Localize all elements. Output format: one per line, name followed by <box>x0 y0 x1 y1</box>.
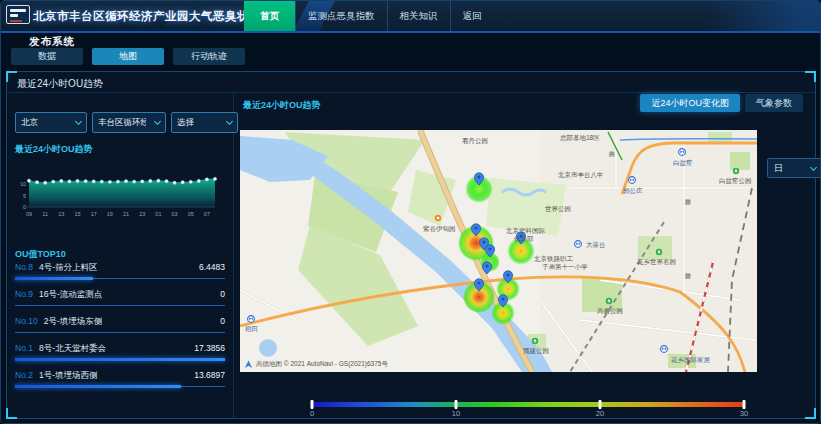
svg-text:花乡世界名园: 花乡世界名园 <box>636 258 676 266</box>
nav-item-home[interactable]: 首页 <box>244 1 295 31</box>
rank-bar-track <box>15 332 225 333</box>
tab-track[interactable]: 行动轨迹 <box>173 48 245 65</box>
chevron-down-icon <box>154 118 161 125</box>
rank-value: 6.4483 <box>199 262 225 272</box>
svg-text:15: 15 <box>74 211 80 217</box>
rank-name: 16号-流动监测点 <box>39 289 102 301</box>
svg-text:郭公庄: 郭公庄 <box>623 187 643 195</box>
ou-ranking-list: No.8 4号-筛分上料区 6.4483 No.9 16号-流动监测点 0 No… <box>15 262 225 397</box>
heat-scale-legend: 0102030 <box>312 402 744 419</box>
svg-text:05: 05 <box>188 211 194 217</box>
city-select[interactable]: 北京 <box>15 112 87 133</box>
rank-row: No.2 1号-填埋场西侧 13.6897 <box>15 370 225 387</box>
svg-text:07: 07 <box>204 211 210 217</box>
trend-chart-title: 最近24小时OU趋势 <box>15 143 93 156</box>
map-canvas[interactable]: 看丹公园总部基地18区北京市丰台八中白盆窑白盆窑公园郭公庄丰科路樊羊路樊羊路世界… <box>240 130 757 372</box>
svg-text:俱乐部: 俱乐部 <box>514 235 534 243</box>
svg-text:21: 21 <box>123 211 129 217</box>
rank-name: 2号-填埋场东侧 <box>44 316 103 328</box>
main-panel: 最近24小时OU趋势 北京 丰台区循环经济产 选择 最近24小时OU趋势 <box>6 71 816 419</box>
svg-text:01: 01 <box>155 211 161 217</box>
svg-text:5: 5 <box>23 193 26 199</box>
svg-text:高鑫公园: 高鑫公园 <box>597 307 623 314</box>
svg-text:0: 0 <box>23 204 26 210</box>
rank-value: 13.6897 <box>194 370 225 380</box>
svg-text:北京华科国际: 北京华科国际 <box>506 227 546 235</box>
rank-row: No.9 16号-流动监测点 0 <box>15 289 225 306</box>
rank-value: 0 <box>220 316 225 326</box>
rank-value: 0 <box>220 289 225 299</box>
panel-divider <box>233 93 234 418</box>
map-time-select[interactable]: 日 <box>767 158 821 178</box>
rank-row: No.1 8号-北天堂村委会 17.3856 <box>15 343 225 360</box>
weather-params-button[interactable]: 气象参数 <box>745 94 803 112</box>
rank-bar-fill <box>15 277 93 280</box>
svg-text:总部基地18区: 总部基地18区 <box>559 134 600 142</box>
map-toolbar: 近24小时OU变化图 气象参数 <box>640 94 803 112</box>
ou-trend-chart: 0510091113151719212301030507 <box>13 166 221 222</box>
svg-text:白盆窑: 白盆窑 <box>673 159 693 167</box>
rank-row: No.10 2号-填埋场东侧 0 <box>15 316 225 333</box>
rank-bar-track <box>15 386 225 387</box>
header-right-decoration <box>710 1 820 31</box>
tab-map[interactable]: 地图 <box>92 48 164 65</box>
svg-text:花乡国际家居: 花乡国际家居 <box>670 356 711 364</box>
svg-text:23: 23 <box>139 211 145 217</box>
rank-name: 8号-北天堂村委会 <box>39 343 106 355</box>
rank-bar-track <box>15 305 225 306</box>
rank-row: No.8 4号-筛分上料区 6.4483 <box>15 262 225 279</box>
rank-label: No.9 <box>15 289 33 299</box>
rank-bar-track <box>15 359 225 360</box>
station-select[interactable]: 选择 <box>171 112 238 133</box>
rank-label: No.8 <box>15 262 33 272</box>
svg-text:19: 19 <box>107 211 113 217</box>
svg-text:09: 09 <box>26 211 32 217</box>
heat-scale-ticks: 0102030 <box>312 409 744 419</box>
nav-item-knowledge[interactable]: 相关知识 <box>387 1 450 31</box>
rank-name: 1号-填埋场西侧 <box>39 370 98 382</box>
chevron-down-icon <box>226 118 233 125</box>
rank-bar-fill <box>15 385 181 388</box>
view-tabs: 数据 地图 行动轨迹 <box>11 48 245 65</box>
svg-text:北京铁路职工: 北京铁路职工 <box>534 255 574 263</box>
svg-text:03: 03 <box>172 211 178 217</box>
nav-item-odor-index[interactable]: 监测点恶臭指数 <box>295 1 387 31</box>
panel-header: 最近24小时OU趋势 <box>7 72 815 93</box>
svg-text:11: 11 <box>42 211 48 217</box>
rank-name: 4号-筛分上料区 <box>39 262 98 274</box>
park-select[interactable]: 丰台区循环经济产 <box>92 112 166 133</box>
svg-text:大葆台: 大葆台 <box>586 241 606 249</box>
svg-text:白盆窑公园: 白盆窑公园 <box>719 177 752 185</box>
ou-change-map-button[interactable]: 近24小时OU变化图 <box>640 94 740 112</box>
svg-text:子弟第十一小学: 子弟第十一小学 <box>542 263 588 271</box>
filter-bar: 北京 丰台区循环经济产 选择 <box>15 112 238 133</box>
heat-scale-gradient <box>312 402 744 407</box>
chevron-down-icon <box>810 163 817 170</box>
svg-text:世界公园: 世界公园 <box>545 205 571 212</box>
svg-text:17: 17 <box>91 211 97 217</box>
map-section-title: 最近24小时OU趋势 <box>243 99 321 112</box>
chevron-down-icon <box>75 118 82 125</box>
rank-bar-fill <box>15 358 225 361</box>
rank-label: No.1 <box>15 343 33 353</box>
svg-text:紫谷伊甸园: 紫谷伊甸园 <box>422 225 456 233</box>
rank-label: No.2 <box>15 370 33 380</box>
panel-title: 最近24小时OU趋势 <box>17 77 103 91</box>
park-select-value: 丰台区循环经济产 <box>98 117 146 129</box>
svg-text:看丹公园: 看丹公园 <box>462 137 488 145</box>
ranking-title: OU值TOP10 <box>15 248 66 261</box>
tab-data[interactable]: 数据 <box>11 48 83 65</box>
nav-item-back[interactable]: 返回 <box>450 1 494 31</box>
app-window: 北京市丰台区循环经济产业园大气恶臭状况实时 首页 监测点恶臭指数 相关知识 返回… <box>0 0 821 424</box>
rank-value: 17.3856 <box>194 343 225 353</box>
map-time-select-value: 日 <box>774 162 783 175</box>
svg-text:北京市丰台八中: 北京市丰台八中 <box>558 171 604 179</box>
publish-system-label: 发布系统 <box>29 35 75 49</box>
main-nav: 首页 监测点恶臭指数 相关知识 返回 <box>244 1 494 31</box>
station-select-value: 选择 <box>177 117 194 129</box>
svg-text:预建公园: 预建公园 <box>523 347 549 355</box>
app-header: 北京市丰台区循环经济产业园大气恶臭状况实时 首页 监测点恶臭指数 相关知识 返回 <box>1 1 820 33</box>
svg-text:稻田: 稻田 <box>245 325 258 333</box>
svg-text:13: 13 <box>58 211 64 217</box>
city-select-value: 北京 <box>21 117 38 129</box>
